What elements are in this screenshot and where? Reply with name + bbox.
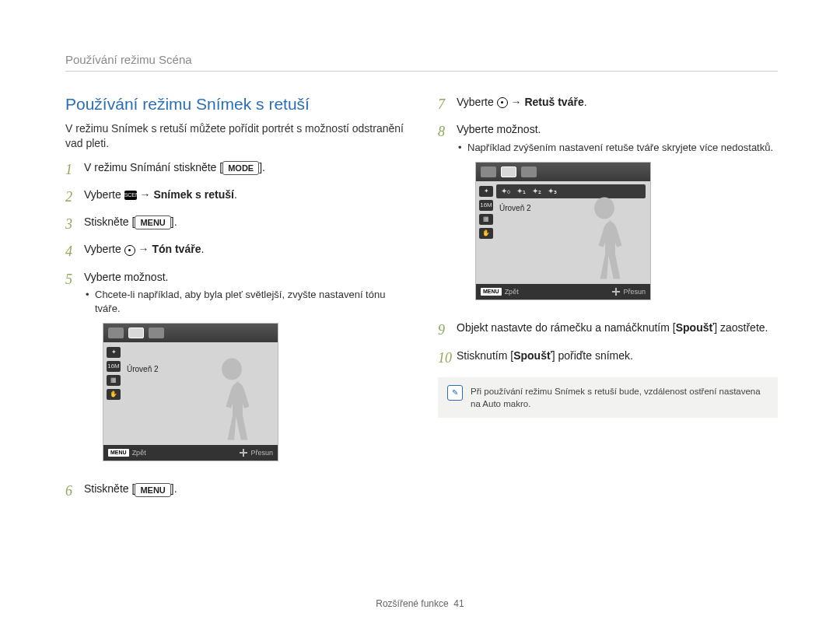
side-icon: ✦	[107, 347, 121, 358]
note-text: Při používání režimu Snímek s retuší bud…	[471, 385, 768, 410]
person-silhouette-icon	[197, 353, 267, 445]
section-title: Používání režimu Snímek s retuší	[65, 95, 405, 114]
camera-icon	[124, 245, 135, 256]
step-1: 1 V režimu Snímání stiskněte [MODE].	[65, 160, 405, 180]
side-icon: ✦	[479, 186, 493, 197]
step-5: 5 Vyberte možnost. Chcete-li například, …	[65, 270, 405, 475]
steps-right: 7 Vyberte → Retuš tváře. 8 Vyberte možno…	[438, 95, 778, 368]
step-3: 3 Stiskněte [MENU].	[65, 215, 405, 234]
step-7: 7 Vyberte → Retuš tváře.	[438, 95, 778, 114]
step-2: 2 Vyberte SCENE → Snímek s retuší.	[65, 187, 405, 207]
page-header: Používání režimu Scéna	[65, 53, 778, 72]
left-column: Používání režimu Snímek s retuší V režim…	[65, 95, 405, 509]
note-box: ✎ Při používání režimu Snímek s retuší b…	[438, 377, 778, 418]
level-label: Úroveň 2	[127, 364, 159, 375]
side-icon: ▦	[479, 214, 493, 225]
step-10: 10 Stisknutím [Spoušť] pořiďte snímek.	[438, 349, 778, 368]
move-icon	[612, 288, 620, 296]
move-icon	[240, 449, 247, 457]
camera-screen-1: ✦ 16M ▦ ✋ Úroveň 2	[103, 323, 278, 461]
menu-tag-icon: MENU	[481, 288, 502, 296]
camera-screen-2: ✦ 16M ▦ ✋ ✦₀✦₁✦₂✦₃ Úroveň 2	[475, 162, 651, 300]
info-icon: ✎	[447, 385, 463, 401]
side-icon: 16M	[479, 200, 493, 211]
step-5-note: Chcete-li například, aby byla pleť světl…	[84, 288, 405, 315]
side-icon: ✋	[479, 228, 493, 239]
level-label: Úroveň 2	[499, 203, 531, 214]
scene-icon: SCENE	[124, 191, 137, 200]
camera-icon	[497, 97, 508, 108]
step-8: 8 Vyberte možnost. Například zvýšením na…	[438, 122, 778, 313]
step-8-note: Například zvýšením nastavení retuše tvář…	[457, 141, 778, 155]
intro-text: V režimu Snímek s retuší můžete pořídit …	[65, 121, 405, 151]
menu-tag-icon: MENU	[108, 449, 129, 457]
menu-button-icon: MENU	[135, 483, 170, 497]
side-icon: ▦	[107, 375, 121, 386]
menu-button-icon: MENU	[135, 215, 170, 229]
side-icon: ✋	[107, 389, 121, 400]
step-6: 6 Stiskněte [MENU].	[65, 482, 405, 501]
page-footer: Rozšířené funkce 41	[0, 598, 840, 609]
right-column: 7 Vyberte → Retuš tváře. 8 Vyberte možno…	[438, 95, 778, 509]
person-silhouette-icon	[569, 192, 639, 284]
step-4: 4 Vyberte → Tón tváře.	[65, 242, 405, 261]
step-9: 9 Objekt nastavte do rámečku a namáčknut…	[438, 321, 778, 340]
side-icon: 16M	[107, 361, 121, 372]
mode-button-icon: MODE	[222, 161, 259, 175]
steps-left: 1 V režimu Snímání stiskněte [MODE]. 2 V…	[65, 160, 405, 502]
